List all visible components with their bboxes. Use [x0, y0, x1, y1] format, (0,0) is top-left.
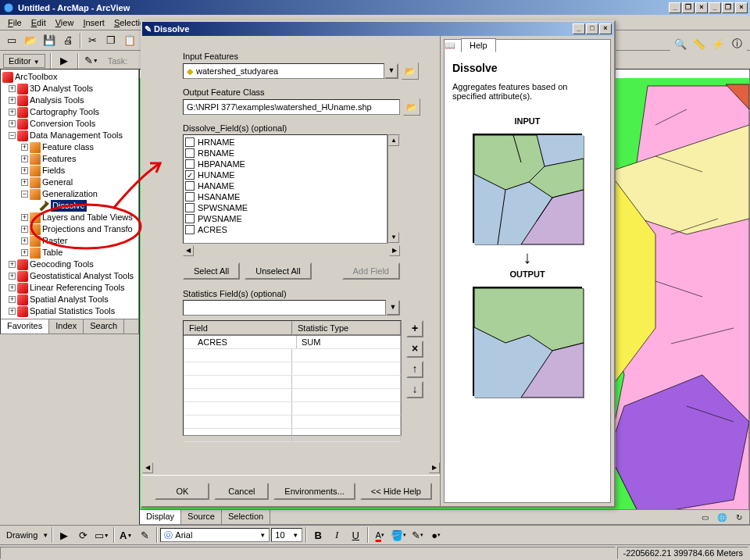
scroll-left-icon[interactable]: ◀ — [183, 245, 194, 256]
marker-color-icon[interactable]: ●▾ — [427, 526, 445, 544]
checkbox[interactable] — [185, 192, 195, 202]
tree-item[interactable]: Geostatistical Analyst Tools — [30, 270, 134, 282]
expander[interactable]: + — [9, 85, 16, 92]
checkbox[interactable]: ✓ — [185, 170, 195, 180]
checkbox[interactable] — [185, 203, 195, 212]
expander[interactable]: + — [21, 226, 28, 233]
draw-tool-icon[interactable]: ▭▼ — [93, 526, 110, 544]
close-button[interactable]: × — [695, 2, 708, 13]
expander[interactable]: + — [9, 284, 16, 291]
expander[interactable]: − — [21, 191, 28, 198]
underline-button[interactable]: U — [347, 526, 364, 544]
expander[interactable]: + — [21, 237, 28, 244]
minimize-button[interactable]: _ — [669, 2, 681, 13]
sketch-icon[interactable]: ✎▼ — [83, 52, 100, 70]
expander[interactable]: + — [21, 167, 28, 174]
edit-tool-icon[interactable]: ✎ — [136, 526, 153, 544]
list-item[interactable]: HRNAME — [185, 137, 385, 148]
checkbox[interactable] — [185, 137, 195, 147]
menu-edit[interactable]: Edit — [27, 16, 51, 29]
expander[interactable]: + — [9, 120, 16, 127]
remove-row-icon[interactable]: × — [406, 341, 423, 358]
unselect-all-button[interactable]: Unselect All — [245, 262, 311, 280]
statistics-table[interactable]: Field Statistic Type ACRES SUM — [183, 320, 402, 436]
copy-icon[interactable]: ❐ — [102, 32, 120, 49]
hyperlink-icon[interactable]: ⚡ — [709, 35, 727, 52]
expander[interactable]: + — [9, 308, 16, 315]
close-button-2[interactable]: × — [735, 2, 748, 13]
tree-item[interactable]: Layers and Table Views — [42, 212, 133, 223]
expander[interactable]: + — [9, 273, 16, 280]
drawing-label[interactable]: Drawing — [3, 529, 41, 541]
cancel-button[interactable]: Cancel — [214, 483, 269, 500]
checkbox[interactable] — [185, 148, 195, 158]
add-row-icon[interactable]: + — [406, 320, 423, 337]
bold-button[interactable]: B — [309, 526, 327, 544]
move-down-icon[interactable]: ↓ — [406, 381, 423, 398]
rotate-tool-icon[interactable]: ⟳ — [74, 526, 91, 544]
tree-item[interactable]: Conversion Tools — [30, 118, 95, 130]
scroll-down-icon[interactable]: ▼ — [388, 232, 399, 243]
tree-item[interactable]: Raster — [42, 235, 67, 247]
pointer-icon[interactable]: ▶ — [55, 52, 73, 70]
stats-dropdown-icon[interactable]: ▼ — [386, 300, 400, 316]
tab-source[interactable]: Source — [181, 510, 222, 524]
tab-index[interactable]: Index — [49, 319, 84, 334]
list-item[interactable]: ✓HUNAME — [185, 169, 385, 180]
text-tool-icon[interactable]: A▼ — [117, 526, 134, 544]
expander[interactable]: + — [9, 261, 16, 268]
list-item[interactable]: HBPANAME — [185, 159, 385, 169]
list-item[interactable]: ACRES — [185, 224, 385, 235]
expander[interactable]: + — [9, 97, 16, 104]
expander[interactable]: + — [21, 155, 28, 162]
editor-dropdown[interactable]: Editor ▼ — [3, 54, 45, 68]
paste-icon[interactable]: 📋 — [121, 32, 138, 49]
stats-field-combo[interactable] — [183, 300, 386, 316]
layout-view-icon[interactable]: ▭ — [698, 511, 712, 523]
menu-insert[interactable]: Insert — [78, 16, 109, 29]
list-item[interactable]: RBNAME — [185, 148, 385, 159]
dialog-minimize-button[interactable]: _ — [573, 23, 585, 34]
tree-item[interactable]: 3D Analyst Tools — [30, 83, 93, 95]
select-tool-icon[interactable]: ▶ — [55, 526, 73, 544]
tree-item[interactable]: Feature class — [42, 141, 94, 153]
tree-root[interactable]: ArcToolbox — [15, 71, 57, 83]
scroll-up-icon[interactable]: ▲ — [388, 135, 399, 146]
tree-item[interactable]: General — [42, 177, 73, 188]
font-color-icon[interactable]: A▾ — [371, 526, 388, 544]
font-size-combo[interactable]: 10▼ — [271, 528, 302, 542]
open-icon[interactable]: 📂 — [22, 32, 39, 49]
tree-item[interactable]: Data Management Tools — [30, 130, 123, 141]
menu-view[interactable]: View — [51, 16, 79, 29]
tree-item[interactable]: Generalization — [42, 188, 98, 200]
expander[interactable]: + — [21, 214, 28, 221]
tree-item[interactable]: Projections and Transfo — [42, 223, 133, 235]
data-view-icon[interactable]: 🌐 — [715, 511, 729, 523]
hscroll-right-icon[interactable]: ▶ — [429, 462, 440, 473]
tab-favorites[interactable]: Favorites — [1, 319, 49, 334]
toolbox-tree[interactable]: ArcToolbox +3D Analyst Tools +Analysis T… — [1, 70, 138, 319]
expander[interactable]: + — [21, 144, 28, 151]
tree-item[interactable]: Spatial Statistics Tools — [30, 305, 115, 317]
list-item[interactable]: SPWSNAME — [185, 202, 385, 213]
input-features-field[interactable]: ◆watershed_studyarea — [183, 63, 384, 79]
tree-item[interactable]: Spatial Analyst Tools — [30, 294, 109, 305]
print-icon[interactable]: 🖨 — [59, 32, 77, 49]
tab-selection[interactable]: Selection — [222, 510, 270, 524]
input-dropdown-icon[interactable]: ▼ — [384, 63, 398, 79]
list-item[interactable]: HSANAME — [185, 191, 385, 202]
expander[interactable]: + — [21, 179, 28, 186]
hide-help-button[interactable]: << Hide Help — [360, 483, 432, 500]
checkbox[interactable] — [185, 214, 195, 223]
expander[interactable]: + — [21, 249, 28, 256]
checkbox[interactable] — [185, 225, 195, 234]
checkbox[interactable] — [185, 181, 195, 191]
add-field-button[interactable]: Add Field — [342, 262, 400, 280]
line-color-icon[interactable]: ✎▾ — [409, 526, 426, 544]
stat-col-type[interactable]: Statistic Type — [292, 321, 401, 335]
restore-button[interactable]: ❐ — [682, 2, 695, 13]
new-icon[interactable]: ▭ — [3, 32, 20, 49]
minimize-button-2[interactable]: _ — [709, 2, 721, 13]
refresh-icon[interactable]: ↻ — [732, 511, 746, 523]
font-combo[interactable]: ⓞ Arial ▼ — [160, 528, 270, 542]
